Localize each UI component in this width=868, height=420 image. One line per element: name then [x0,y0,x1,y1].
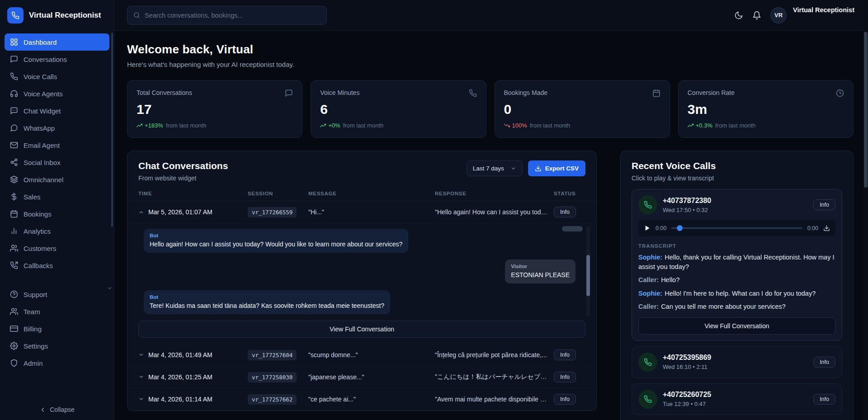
sidebar-item-customers[interactable]: Customers [5,240,109,257]
chat-table-row[interactable]: Mar 4, 2026, 01:25 AM vr_177258030 "japa… [127,366,596,388]
chevron-left-icon [39,406,46,413]
sidebar-item-sales[interactable]: Sales [5,188,109,205]
chat-table-row[interactable]: Mar 4, 2026, 01:49 AM vr_177257604 "scum… [127,344,596,366]
sidebar-item-voice-agents[interactable]: Voice Agents [5,85,109,102]
date-range-value: Last 7 days [473,165,504,172]
message-square-icon [10,55,18,63]
phone-callback-icon [10,261,18,269]
sidebar-item-billing[interactable]: Billing [5,320,109,337]
trend-up-icon [688,123,693,128]
chat-panel-controls: Last 7 days Export CSV [467,160,585,176]
topbar: VR Virtual Receptionist [114,0,868,31]
seek-slider[interactable] [671,227,802,229]
message-text: Hello again! How can I assist you today?… [150,240,402,249]
column-header-status: STATUS [554,191,585,196]
thread-scrollbar-thumb[interactable] [586,255,590,296]
chat-widget-icon [10,107,18,115]
info-button[interactable]: Info [554,394,576,405]
sidebar-item-settings[interactable]: Settings [5,337,109,354]
info-button[interactable]: Info [554,349,576,360]
column-header-response: RESPONSE [435,191,554,196]
stat-label: Total Conversations [137,89,192,96]
users-icon [10,244,18,252]
chat-table-row[interactable]: Mar 4, 2026, 01:14 AM vr_177257662 "ce p… [127,388,596,411]
phone-icon [638,195,657,214]
sidebar-item-label: Sales [24,193,41,201]
info-button[interactable]: Info [554,207,576,217]
chat-panel-header: Chat Conversations From website widget L… [127,151,596,189]
date-range-select[interactable]: Last 7 days [467,160,523,176]
sidebar-item-whatsapp[interactable]: WhatsApp [5,119,109,137]
trend-up-icon [320,123,326,128]
stat-value: 0 [504,102,660,117]
stat-delta: +0.3% [696,122,712,129]
credit-card-icon [10,325,18,333]
play-button[interactable] [644,225,651,231]
search-input[interactable] [145,12,321,19]
sidebar-item-callbacks[interactable]: Callbacks [5,257,109,274]
voice-panel-subtitle: Click to play & view transcript [632,175,842,182]
chat-table-row[interactable]: Mar 5, 2026, 01:07 AM vr_177266559 "Hi..… [127,201,596,223]
sidebar-item-support[interactable]: Support [5,286,109,303]
voice-call-card[interactable]: +40725395869 Wed 16:10 • 2:11 Info [632,346,842,378]
download-recording-icon[interactable] [823,225,830,231]
search-box[interactable] [127,6,327,25]
export-csv-button[interactable]: Export CSV [528,160,585,176]
seek-handle[interactable] [677,225,683,231]
topbar-actions: VR Virtual Receptionist [734,0,854,31]
page-scrollbar-thumb[interactable] [864,32,868,188]
grid-icon [10,38,18,46]
voice-call-card[interactable]: +40725260725 Tue 12:39 • 0:47 Info [632,383,842,415]
info-button[interactable]: Info [554,372,576,382]
call-number: +40737872380 [663,197,711,205]
voice-panel-title: Recent Voice Calls [632,160,842,171]
sidebar-item-conversations[interactable]: Conversations [5,51,109,68]
sidebar-item-admin[interactable]: Admin [5,354,109,372]
stat-delta: +183% [145,122,163,129]
sidebar-item-analytics[interactable]: Analytics [5,222,109,240]
row-message: "scump domne..." [308,351,435,359]
avatar[interactable]: VR [770,7,787,24]
voice-call-header[interactable]: +40737872380 Wed 17:50 • 0:32 Info [638,195,835,214]
transcript-text: Hello! I'm here to help. What can I do f… [665,290,816,297]
calendar-icon [10,210,18,218]
view-full-conversation-button[interactable]: View Full Conversation [638,317,835,335]
download-icon [535,165,542,172]
view-full-conversation-button[interactable]: View Full Conversation [138,321,585,338]
call-meta: Wed 16:10 • 2:11 [663,363,711,370]
page-title: Welcome back, Virtual [127,42,854,57]
sidebar-item-omnichannel[interactable]: Omnichannel [5,171,109,188]
info-button[interactable]: Info [813,199,835,210]
gear-icon [10,342,18,350]
sidebar-item-dashboard[interactable]: Dashboard [5,33,109,51]
app-logo: Virtual Receptionist [0,0,114,31]
nav-section-divider [5,274,109,286]
sidebar-item-team[interactable]: Team [5,303,109,320]
sidebar-item-social-inbox[interactable]: Social Inbox [5,154,109,171]
transcript-line: Caller:Hello? [638,275,835,285]
sidebar-scroll-down-icon[interactable] [107,285,113,293]
sidebar-item-bookings[interactable]: Bookings [5,205,109,222]
thread-scrollbar[interactable] [586,226,590,316]
theme-toggle-button[interactable] [734,11,743,20]
message-circle-icon [10,124,18,132]
layers-icon [10,175,18,184]
chat-table-header: TIME SESSION MESSAGE RESPONSE STATUS [127,189,596,201]
thread-scroll-handle[interactable] [562,226,583,231]
sidebar-scrollbar[interactable] [111,33,113,227]
call-number: +40725395869 [663,354,711,362]
sidebar-item-label: Conversations [24,56,67,63]
notifications-button[interactable] [752,11,761,20]
sidebar-item-voice-calls[interactable]: Voice Calls [5,68,109,85]
page-scrollbar[interactable] [863,0,868,420]
panels-row: Chat Conversations From website widget L… [127,151,854,420]
stat-card-total-conversations: Total Conversations 17 +183%from last mo… [127,80,302,138]
sidebar-item-chat-widget[interactable]: Chat Widget [5,102,109,119]
dollar-icon [10,193,18,201]
sidebar-item-email-agent[interactable]: Email Agent [5,137,109,154]
sidebar-item-label: Voice Agents [24,90,63,98]
collapse-button[interactable]: Collapse [0,399,114,420]
session-badge: vr_177266559 [248,207,297,217]
info-button[interactable]: Info [813,357,835,368]
info-button[interactable]: Info [813,394,835,405]
